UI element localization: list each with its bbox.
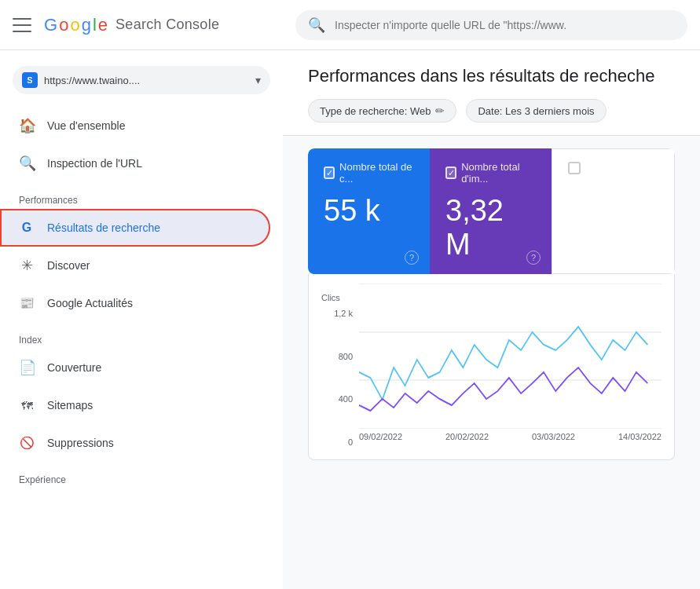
- google-g-icon: G: [19, 221, 35, 235]
- property-url: https://www.twaino....: [44, 75, 249, 86]
- sidebar-item-label: Résultats de recherche: [47, 221, 160, 234]
- page-title: Performances dans les résultats de reche…: [308, 66, 675, 86]
- sidebar-item-removals[interactable]: 🚫 Suppressions: [0, 424, 270, 462]
- metric-name-impressions: Nombre total d'im...: [461, 161, 536, 185]
- metrics-cards: Nombre total de c... 55 k ? Nombre total…: [308, 148, 675, 274]
- metric-card-header-impressions: Nombre total d'im...: [445, 161, 536, 185]
- property-icon: S: [22, 72, 38, 88]
- sidebar-item-search-results[interactable]: G Résultats de recherche: [0, 209, 270, 247]
- metric-checkbox-clicks[interactable]: [324, 166, 335, 179]
- search-icon: 🔍: [308, 16, 325, 34]
- chart-area: 09/02/2022 20/02/2022 03/03/2022 14/03/2…: [359, 284, 662, 441]
- chart-x-axis: 09/02/2022 20/02/2022 03/03/2022 14/03/2…: [359, 432, 662, 441]
- filter-bar: Type de recherche: Web ✏ Date: Les 3 der…: [308, 99, 675, 135]
- x-label-1: 09/02/2022: [359, 432, 402, 441]
- section-header-performances: Performances: [0, 182, 283, 209]
- url-inspection-input[interactable]: [335, 19, 675, 31]
- x-label-4: 14/03/2022: [618, 432, 662, 441]
- url-inspection-bar[interactable]: 🔍: [295, 10, 687, 40]
- metric-card-impressions[interactable]: Nombre total d'im... 3,32 M ?: [430, 148, 552, 274]
- discover-icon: ✳: [19, 257, 35, 274]
- header-left: Google Search Console: [13, 15, 295, 35]
- y-tick-1200: 1,2 k: [321, 309, 353, 318]
- sidebar-item-label: Google Actualités: [47, 297, 133, 309]
- edit-icon: ✏: [435, 104, 445, 117]
- y-tick-0: 0: [321, 437, 353, 447]
- chart-svg: [359, 284, 662, 429]
- product-name: Search Console: [115, 16, 219, 33]
- main-layout: S https://www.twaino.... ▾ 🏠 Vue d'ensem…: [0, 50, 700, 589]
- section-header-experience: Expérience: [0, 462, 283, 488]
- filter-date[interactable]: Date: Les 3 derniers mois: [466, 99, 606, 123]
- metric-value-clicks: 55 k: [324, 194, 414, 228]
- removals-icon: 🚫: [19, 436, 35, 450]
- sidebar-item-coverage[interactable]: 📄 Couverture: [0, 349, 270, 386]
- sidebar-item-url-inspection[interactable]: 🔍 Inspection de l'URL: [0, 145, 270, 182]
- chevron-down-icon: ▾: [255, 74, 261, 86]
- sidebar-item-overview[interactable]: 🏠 Vue d'ensemble: [0, 107, 270, 145]
- sidebar-item-sitemaps[interactable]: 🗺 Sitemaps: [0, 386, 270, 424]
- y-tick-800: 800: [321, 352, 353, 361]
- home-icon: 🏠: [19, 117, 35, 134]
- sidebar-item-label: Inspection de l'URL: [47, 157, 142, 170]
- metric-help-clicks[interactable]: ?: [405, 251, 419, 265]
- filter-search-type[interactable]: Type de recherche: Web ✏: [308, 99, 456, 123]
- content-header: Performances dans les résultats de reche…: [283, 50, 700, 136]
- sidebar-item-google-news[interactable]: 📰 Google Actualités: [0, 284, 270, 322]
- app-header: Google Search Console 🔍: [0, 0, 700, 50]
- y-tick-400: 400: [321, 394, 353, 404]
- hamburger-menu-button[interactable]: [13, 16, 31, 35]
- metric-checkbox-impressions[interactable]: [445, 166, 456, 179]
- chart-y-label: Clics: [321, 284, 353, 305]
- metrics-cards-wrapper: Nombre total de c... 55 k ? Nombre total…: [308, 148, 675, 274]
- sidebar-item-label: Suppressions: [47, 437, 114, 449]
- metric-card-header-clicks: Nombre total de c...: [324, 161, 414, 185]
- sidebar-item-label: Vue d'ensemble: [47, 119, 125, 132]
- sidebar: S https://www.twaino.... ▾ 🏠 Vue d'ensem…: [0, 50, 283, 589]
- chart-panel: Clics 1,2 k 800 400 0: [308, 274, 675, 460]
- sitemaps-icon: 🗺: [19, 399, 35, 412]
- filter-search-type-label: Type de recherche: Web: [320, 105, 431, 117]
- search-icon: 🔍: [19, 155, 35, 172]
- metric-help-impressions[interactable]: ?: [526, 251, 541, 265]
- google-logo: Google Search Console: [44, 15, 219, 35]
- metric-value-impressions: 3,32 M: [445, 194, 536, 262]
- metric-card-header-ctr: [568, 162, 658, 174]
- filter-date-label: Date: Les 3 derniers mois: [478, 105, 594, 117]
- sidebar-item-label: Sitemaps: [47, 399, 93, 412]
- chart-y-axis: 1,2 k 800 400 0: [321, 305, 353, 447]
- news-icon: 📰: [19, 296, 35, 310]
- metric-card-ctr[interactable]: [552, 148, 675, 274]
- section-header-index: Index: [0, 322, 283, 349]
- property-selector[interactable]: S https://www.twaino.... ▾: [13, 66, 270, 94]
- sidebar-item-label: Discover: [47, 259, 90, 272]
- x-label-3: 03/03/2022: [532, 432, 575, 441]
- sidebar-item-discover[interactable]: ✳ Discover: [0, 247, 270, 284]
- main-content: Performances dans les résultats de reche…: [283, 50, 700, 589]
- coverage-icon: 📄: [19, 359, 35, 376]
- metric-checkbox-ctr[interactable]: [568, 162, 581, 174]
- metric-name-clicks: Nombre total de c...: [339, 161, 414, 185]
- metric-card-clicks[interactable]: Nombre total de c... 55 k ?: [308, 148, 430, 274]
- x-label-2: 20/02/2022: [445, 432, 489, 441]
- sidebar-item-label: Couverture: [47, 361, 101, 374]
